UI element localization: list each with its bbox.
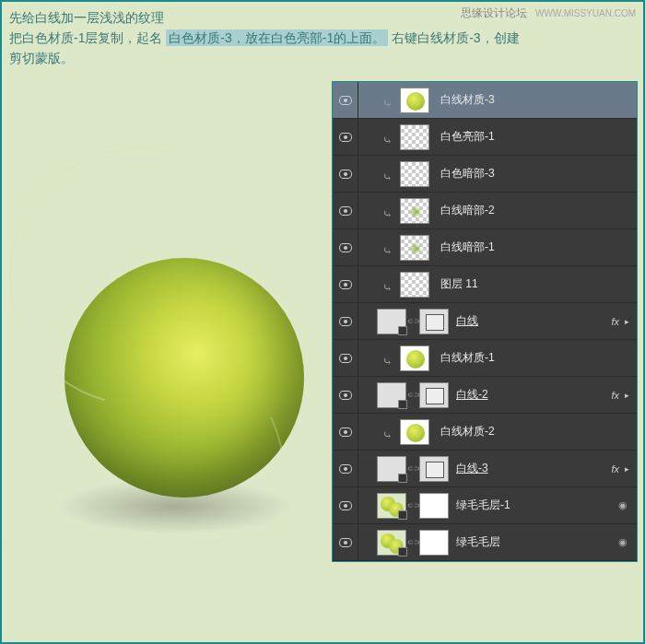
eye-icon <box>339 391 352 400</box>
layer-thumbnail[interactable] <box>400 272 429 298</box>
layer-thumbnail[interactable] <box>400 124 429 150</box>
eye-icon <box>339 96 352 105</box>
eye-icon <box>339 501 352 510</box>
visibility-toggle[interactable] <box>333 524 358 560</box>
visibility-toggle[interactable] <box>333 156 358 192</box>
layer-row[interactable]: ⊂⊃白线-2fx▸ <box>333 377 637 414</box>
fx-badge-icon[interactable]: fx <box>611 463 619 474</box>
layer-thumbnail[interactable] <box>377 530 406 556</box>
clip-indicator-icon: ⤷ <box>382 355 393 369</box>
layer-thumbnail[interactable] <box>400 88 429 113</box>
eye-icon <box>339 170 352 179</box>
layer-thumbnail[interactable] <box>377 382 406 408</box>
link-icon[interactable]: ⊂⊃ <box>410 456 417 482</box>
layer-thumbnail[interactable] <box>400 345 429 371</box>
visibility-toggle[interactable] <box>333 377 358 413</box>
layer-name-label[interactable]: 白线材质-1 <box>440 350 637 366</box>
clip-indicator-icon: ⤷ <box>382 281 393 295</box>
layer-mask-thumbnail[interactable] <box>419 382 449 408</box>
layer-name-label[interactable]: 白线-2 <box>456 387 611 403</box>
layer-name-label[interactable]: 白线材质-3 <box>440 92 637 108</box>
layer-name-label[interactable]: 绿毛毛层-1 <box>456 498 618 513</box>
canvas-preview <box>37 230 332 525</box>
layer-thumbnail[interactable] <box>377 309 406 334</box>
layer-thumbnail[interactable] <box>400 198 429 224</box>
clip-indicator-icon: ⤷ <box>382 428 393 442</box>
lock-icon: ◉ <box>618 536 627 548</box>
watermark-url: WWW.MISSYUAN.COM <box>535 8 636 18</box>
clip-indicator-icon: ⤷ <box>382 244 393 258</box>
visibility-toggle[interactable] <box>333 119 358 155</box>
layer-name-label[interactable]: 白线暗部-1 <box>440 240 637 255</box>
layer-row[interactable]: ⤷白色暗部-3 <box>333 156 637 193</box>
expand-arrow-icon[interactable]: ▸ <box>625 317 629 326</box>
highlighted-text: 白色材质-3，放在白色亮部-1的上面。 <box>166 29 388 46</box>
instruction-line-2: 把白色材质-1层复制，起名 白色材质-3，放在白色亮部-1的上面。 右键白线材质… <box>9 28 636 48</box>
eye-icon <box>339 354 352 363</box>
layer-mask-thumbnail[interactable] <box>419 493 449 519</box>
layer-thumbnail[interactable] <box>400 235 429 261</box>
watermark: 思缘设计论坛 WWW.MISSYUAN.COM <box>461 6 636 21</box>
layer-thumbnail[interactable] <box>400 419 429 445</box>
layer-row[interactable]: ⊂⊃绿毛毛层-1◉ <box>333 487 637 524</box>
visibility-toggle[interactable] <box>333 229 358 265</box>
layer-name-label[interactable]: 白线暗部-2 <box>440 203 637 218</box>
visibility-toggle[interactable] <box>333 303 358 339</box>
eye-icon <box>339 317 352 326</box>
eye-icon <box>339 243 352 252</box>
link-icon[interactable]: ⊂⊃ <box>410 493 417 519</box>
layer-row[interactable]: ⊂⊃绿毛毛层◉ <box>333 524 637 561</box>
layer-name-label[interactable]: 白线材质-2 <box>440 424 637 439</box>
layer-row[interactable]: ⤷白线暗部-2 <box>333 193 637 229</box>
layers-panel[interactable]: ⤷白线材质-3⤷白色亮部-1⤷白色暗部-3⤷白线暗部-2⤷白线暗部-1⤷图层 1… <box>332 81 638 562</box>
visibility-toggle[interactable] <box>333 82 358 118</box>
visibility-toggle[interactable] <box>333 193 358 228</box>
layer-row[interactable]: ⤷白线材质-3 <box>333 82 637 119</box>
eye-icon <box>339 206 352 216</box>
layer-row[interactable]: ⤷白线暗部-1 <box>333 229 637 266</box>
clip-indicator-icon: ⤷ <box>382 134 393 147</box>
layer-name-label[interactable]: 白线 <box>456 313 611 329</box>
visibility-toggle[interactable] <box>333 414 358 450</box>
watermark-main: 思缘设计论坛 <box>461 6 527 19</box>
clip-indicator-icon: ⤷ <box>382 207 393 221</box>
visibility-toggle[interactable] <box>333 487 358 523</box>
visibility-toggle[interactable] <box>333 266 358 302</box>
layer-row[interactable]: ⤷白线材质-1 <box>333 340 637 377</box>
layer-name-label[interactable]: 白线-3 <box>456 461 611 476</box>
link-icon[interactable]: ⊂⊃ <box>410 382 417 408</box>
instruction-line-3: 剪切蒙版。 <box>9 48 636 68</box>
expand-arrow-icon[interactable]: ▸ <box>625 464 629 474</box>
layer-row[interactable]: ⊂⊃白线fx▸ <box>333 303 637 340</box>
eye-icon <box>339 427 352 437</box>
layer-name-label[interactable]: 白色暗部-3 <box>440 166 637 181</box>
layer-name-label[interactable]: 图层 11 <box>440 276 637 292</box>
tennis-ball <box>64 258 304 498</box>
layer-row[interactable]: ⤷白线材质-2 <box>333 414 637 451</box>
eye-icon <box>339 538 352 547</box>
lock-icon: ◉ <box>618 499 627 511</box>
eye-icon <box>339 280 352 289</box>
layer-mask-thumbnail[interactable] <box>419 309 449 334</box>
layer-mask-thumbnail[interactable] <box>419 456 449 482</box>
layer-thumbnail[interactable] <box>377 456 406 482</box>
link-icon[interactable]: ⊂⊃ <box>410 309 417 334</box>
layer-row[interactable]: ⤷白色亮部-1 <box>333 119 637 156</box>
clip-indicator-icon: ⤷ <box>382 170 393 184</box>
layer-name-label[interactable]: 绿毛毛层 <box>456 534 618 550</box>
layer-mask-thumbnail[interactable] <box>419 530 449 556</box>
layer-thumbnail[interactable] <box>377 493 406 519</box>
layer-row[interactable]: ⤷图层 11 <box>333 266 637 303</box>
eye-icon <box>339 464 352 474</box>
layer-thumbnail[interactable] <box>400 161 429 187</box>
visibility-toggle[interactable] <box>333 451 358 486</box>
link-icon[interactable]: ⊂⊃ <box>410 530 417 556</box>
fx-badge-icon[interactable]: fx <box>611 390 619 401</box>
fx-badge-icon[interactable]: fx <box>611 316 619 327</box>
layer-name-label[interactable]: 白色亮部-1 <box>440 129 637 145</box>
layer-row[interactable]: ⊂⊃白线-3fx▸ <box>333 451 637 487</box>
clip-indicator-icon: ⤷ <box>382 97 393 111</box>
expand-arrow-icon[interactable]: ▸ <box>625 391 629 400</box>
visibility-toggle[interactable] <box>333 340 358 376</box>
eye-icon <box>339 133 352 142</box>
